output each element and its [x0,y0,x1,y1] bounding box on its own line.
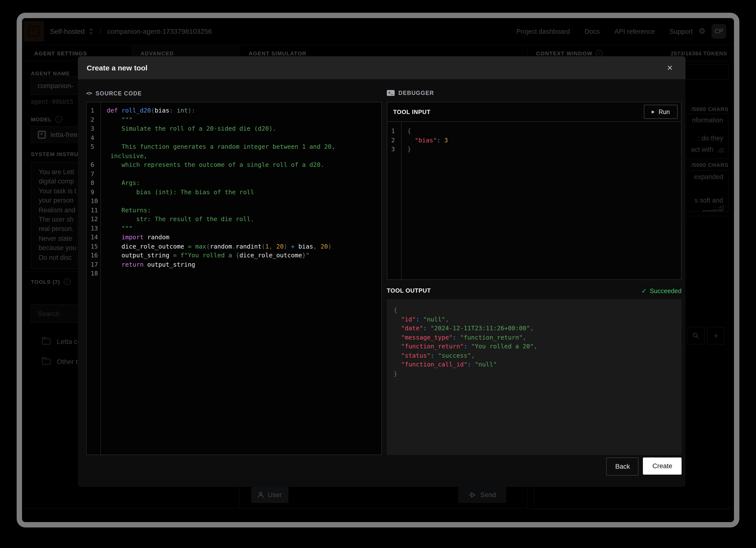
code-icon: <> [86,90,92,96]
check-icon: ✓ [641,287,647,294]
tool-input-panel: TOOL INPUT ▶ Run 1{2 "bias": 33} [387,102,682,280]
line-number: 16 [87,251,100,260]
code-line: 18 [87,269,381,278]
line-number: 2 [387,136,401,145]
source-code-label: <> SOURCE CODE [86,90,142,96]
line-number: 6 [87,161,100,170]
line-number: 10 [87,197,100,206]
code-line: 1def roll_d20(bias: int): [87,106,381,115]
source-code-editor[interactable]: 1def roll_d20(bias: int):2 """3 Simulate… [86,102,382,455]
modal-body: <> SOURCE CODE >_ DEBUGGER 1def roll_d20… [78,79,685,487]
close-icon[interactable]: ✕ [663,61,677,75]
line-number: 7 [87,170,100,179]
code-line: 1{ [387,127,681,136]
line-number: 2 [87,115,100,124]
code-line: 15 dice_role_outcome = max(random.randin… [87,242,381,251]
line-number: 11 [87,206,100,215]
code-line: 6 which represents the outcome of a sing… [87,161,381,170]
code-line: "status": "success", [394,351,682,360]
modal-header: Create a new tool ✕ [78,56,685,79]
debugger-label: >_ DEBUGGER [387,90,434,96]
code-line: "id": "null", [394,315,682,324]
code-line: 11 Returns: [87,206,381,215]
line-number: 5 [87,142,100,152]
code-line: "function_return": "You rolled a 20", [394,342,682,351]
code-line: 9 bias (int): The bias of the roll [87,188,381,197]
code-line: 8 Args: [87,179,381,188]
line-number: 9 [87,188,100,197]
play-icon: ▶ [652,110,655,114]
code-line: 4 [87,133,381,142]
line-number: 1 [387,127,401,136]
status-badge: ✓ Succeeded [641,287,682,294]
code-line: 7 [87,170,381,179]
code-line: 5 This function generates a random integ… [87,142,381,152]
line-number: 14 [87,233,100,242]
code-line: } [394,369,682,378]
code-line: 13 """ [87,224,381,233]
tool-input-header: TOOL INPUT ▶ Run [387,102,681,122]
line-number [87,152,100,161]
code-line: 14 import random [87,233,381,242]
tool-output-header: TOOL OUTPUT ✓ Succeeded [387,282,682,299]
line-number: 1 [87,106,100,115]
terminal-icon: >_ [387,90,394,96]
modal-title: Create a new tool [87,64,663,72]
code-line: 17 return output_string [87,260,381,269]
run-button[interactable]: ▶ Run [644,105,678,119]
code-line: { [394,306,682,315]
app-background: Self-hosted / companion-agent-1733798103… [22,18,734,522]
code-line: "message_type": "function_return", [394,333,682,342]
code-line: "function_call_id": "null" [394,360,682,369]
tool-output-panel: { "id": "null", "date": "2024-12-11T23:1… [387,299,682,455]
line-number: 4 [87,133,100,142]
screen: Self-hosted / companion-agent-1733798103… [0,0,756,548]
line-number: 13 [87,224,100,233]
create-button[interactable]: Create [643,457,682,475]
run-label: Run [659,108,670,115]
create-tool-modal: Create a new tool ✕ <> SOURCE CODE >_ DE… [78,56,685,487]
status-text: Succeeded [650,287,682,294]
code-line: 2 """ [87,115,381,124]
back-button[interactable]: Back [606,457,639,476]
line-number: 15 [87,242,100,251]
line-number: 3 [387,145,401,154]
line-number: 18 [87,269,100,278]
source-code-lines[interactable]: 1def roll_d20(bias: int):2 """3 Simulate… [87,102,381,454]
line-number: 12 [87,215,100,224]
line-number: 8 [87,179,100,188]
app-window: Self-hosted / companion-agent-1733798103… [17,13,739,527]
line-number: 3 [87,124,100,133]
code-line: 2 "bias": 3 [387,136,681,145]
code-line: inclusive, [87,152,381,161]
tool-output-label: TOOL OUTPUT [387,287,641,294]
code-line: 10 [87,197,381,206]
code-line: 3 Simulate the roll of a 20-sided die (d… [87,124,381,133]
code-line: 3} [387,145,681,154]
modal-actions: Back Create [86,457,682,476]
code-line: "date": "2024-12-11T23:11:26+00:00", [394,324,682,333]
tool-input-label: TOOL INPUT [393,108,644,115]
code-line: 12 str: The result of the die roll. [87,215,381,224]
line-number: 17 [87,260,100,269]
code-line: 16 output_string = f"You rolled a {dice_… [87,251,381,260]
tool-input-editor[interactable]: 1{2 "bias": 33} [387,122,681,279]
